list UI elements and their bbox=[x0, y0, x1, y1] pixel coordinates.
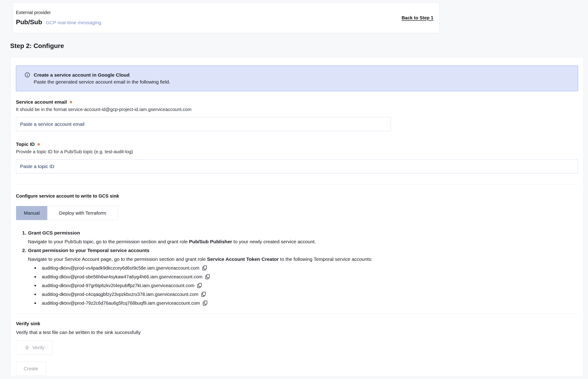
provider-meta: External provider Pub/Sub GCP real-time … bbox=[16, 10, 101, 26]
zap-icon bbox=[24, 345, 30, 350]
provider-label: External provider bbox=[16, 10, 101, 15]
bullet-dot bbox=[34, 276, 36, 278]
step-1-desc-prefix: Navigate to your PubSub topic, go to the… bbox=[28, 239, 189, 244]
info-banner: Create a service account in Google Cloud… bbox=[16, 65, 578, 91]
list-item: auditlog-dktxv@prod-97gr6tp6zkv2t4epubff… bbox=[34, 281, 578, 290]
step-1-title-text: Grant GCS permission bbox=[28, 230, 80, 236]
copy-icon[interactable] bbox=[202, 265, 207, 271]
provider-tagline: GCP real-time messaging bbox=[46, 20, 101, 25]
configure-method-tabs: Manual Deploy with Terraform bbox=[16, 206, 118, 220]
service-account-email-text: auditlog-dktxv@prod-97gr6tp6zkv2t4epubff… bbox=[42, 281, 194, 290]
service-account-email-label: Service account email bbox=[16, 99, 67, 105]
bullet-dot bbox=[34, 294, 36, 295]
step-1-number: 1. bbox=[22, 230, 26, 236]
temporal-service-account-list: auditlog-dktxv@prod-vs4padk9dkczcey6d6st… bbox=[16, 264, 578, 307]
service-account-email-description: It should be in the format service-accou… bbox=[16, 107, 578, 113]
step-2-desc-prefix: Navigate to your Service Account page, g… bbox=[28, 256, 207, 262]
step-1-description: Navigate to your PubSub topic, go to the… bbox=[16, 237, 578, 246]
create-button-label: Create bbox=[24, 366, 38, 371]
tab-deploy-with-terraform[interactable]: Deploy with Terraform bbox=[47, 206, 118, 220]
service-account-email-text: auditlog-dktxv@prod-c4cqaqgbfzy23vpzkbxz… bbox=[42, 290, 198, 299]
step-2-title-text: Grant permission to your Temporal servic… bbox=[28, 248, 150, 253]
service-account-email-field-group: Service account email It should be in th… bbox=[16, 99, 578, 131]
step-2-title: 2.Grant permission to your Temporal serv… bbox=[16, 246, 578, 255]
info-icon bbox=[24, 72, 30, 85]
step-2-description: Navigate to your Service Account page, g… bbox=[16, 255, 578, 264]
list-item: auditlog-dktxv@prod-79z2c6d76au6g5fcq768… bbox=[34, 299, 578, 307]
copy-icon[interactable] bbox=[201, 291, 206, 298]
page-title: Step 2: Configure bbox=[10, 42, 64, 50]
topic-id-description: Provide a topic ID for a Pub/Sub topic (… bbox=[16, 149, 578, 155]
service-account-email-input[interactable] bbox=[16, 117, 391, 131]
list-item: auditlog-dktxv@prod-vs4padk9dkczcey6d6st… bbox=[34, 264, 578, 272]
list-item: auditlog-dktxv@prod-c4cqaqgbfzy23vpzkbxz… bbox=[34, 290, 578, 299]
copy-icon[interactable] bbox=[205, 274, 210, 280]
section-divider bbox=[16, 184, 578, 185]
configure-sink-heading: Configure service account to write to GC… bbox=[16, 193, 578, 199]
audit-log-sink-configure-page: External provider Pub/Sub GCP real-time … bbox=[0, 0, 588, 379]
copy-icon[interactable] bbox=[197, 283, 202, 289]
topic-id-label: Topic ID bbox=[16, 142, 35, 147]
service-account-email-text: auditlog-dktxv@prod-79z2c6d76au6g5fcq768… bbox=[42, 299, 200, 307]
bullet-dot bbox=[34, 267, 36, 269]
info-banner-description: Paste the generated service account emai… bbox=[34, 79, 170, 85]
topic-id-label-row: Topic ID bbox=[16, 141, 578, 147]
required-indicator-dot bbox=[70, 101, 72, 103]
step-2-role-name: Service Account Token Creator bbox=[207, 256, 279, 262]
info-banner-title: Create a service account in Google Cloud bbox=[34, 72, 170, 78]
list-item: auditlog-dktxv@prod-sbe56h6wr4sykaw47a6y… bbox=[34, 272, 578, 281]
service-account-email-text: auditlog-dktxv@prod-vs4padk9dkczcey6d6st… bbox=[42, 264, 199, 272]
step-2-desc-suffix: to the following Temporal service accoun… bbox=[279, 256, 372, 262]
provider-summary-card: External provider Pub/Sub GCP real-time … bbox=[13, 2, 440, 33]
required-indicator-dot bbox=[37, 143, 40, 146]
verify-button[interactable]: Verify bbox=[16, 340, 53, 355]
section-divider bbox=[16, 314, 578, 314]
manual-steps-list: 1.Grant GCS permission Navigate to your … bbox=[16, 229, 578, 307]
service-account-email-label-row: Service account email bbox=[16, 99, 578, 105]
provider-name: Pub/Sub bbox=[16, 18, 42, 26]
tab-manual[interactable]: Manual bbox=[16, 206, 47, 220]
bullet-dot bbox=[34, 285, 36, 286]
step-1-desc-suffix: to your newly created service account. bbox=[232, 239, 316, 244]
configure-card: Create a service account in Google Cloud… bbox=[10, 57, 584, 377]
create-button[interactable]: Create bbox=[16, 362, 46, 376]
copy-icon[interactable] bbox=[202, 300, 208, 306]
service-account-email-text: auditlog-dktxv@prod-sbe56h6wr4sykaw47a6y… bbox=[42, 272, 202, 281]
topic-id-field-group: Topic ID Provide a topic ID for a Pub/Su… bbox=[16, 141, 578, 173]
info-banner-text: Create a service account in Google Cloud… bbox=[34, 72, 170, 85]
bullet-dot bbox=[34, 302, 36, 304]
verify-sink-description: Verify that a test file can be written t… bbox=[16, 328, 578, 337]
provider-title-row: Pub/Sub GCP real-time messaging bbox=[16, 18, 101, 26]
back-to-step-1-link[interactable]: Back to Step 1 bbox=[402, 15, 433, 20]
step-1-title: 1.Grant GCS permission bbox=[16, 229, 578, 237]
step-2-number: 2. bbox=[22, 248, 26, 253]
step-1-role-name: Pub/Sub Publisher bbox=[189, 239, 232, 244]
verify-button-label: Verify bbox=[32, 345, 45, 350]
verify-sink-heading: Verify sink bbox=[16, 319, 578, 328]
topic-id-input[interactable] bbox=[16, 159, 578, 173]
